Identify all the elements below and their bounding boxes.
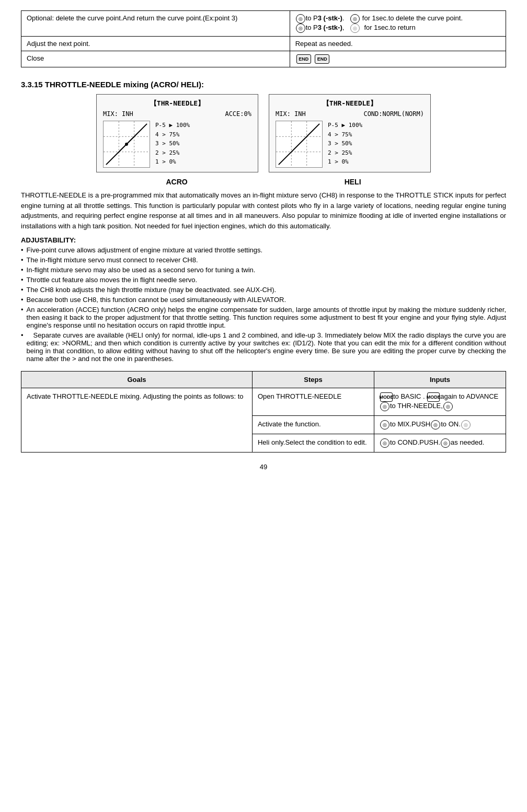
bullet-dot-6: • (21, 296, 24, 304)
bullet-2: • The in-flight mixture servo must conne… (21, 256, 506, 264)
bullet-text-3: In-flight mixture servo may also be used… (27, 266, 256, 274)
bullet-1: • Five-point curve allows adjustment of … (21, 246, 506, 254)
adjustability-title: ADJUSTABILITY: (21, 236, 506, 244)
bullets-container: • Five-point curve allows adjustment of … (21, 246, 506, 363)
spin-icon-10: ◎ (380, 438, 389, 448)
intro-text: THROTTLE-NEEDLE is a pre-programmed mix … (21, 190, 506, 231)
spin-icon-2: ◎ (350, 14, 360, 24)
bullet-dot-7: • (21, 306, 24, 329)
top-row2-col1: Adjust the next point. (21, 37, 290, 51)
spin-icon-1: ◎ (296, 14, 305, 24)
bullet-text-8: Separate curves are available (HELI only… (27, 331, 506, 363)
bullet-text-7: An acceleration (ACCE) function (ACRO on… (27, 306, 506, 329)
col-header-goals: Goals (21, 372, 253, 388)
bullet-dot-8: • (21, 331, 24, 363)
svg-line-10 (279, 124, 319, 165)
bullet-text-4: Throttle cut feature also moves the in f… (27, 276, 198, 284)
mode-icon-1: MODE (380, 392, 393, 402)
heli-screen-meta: MIX: INH COND:NORML(NORM) (276, 110, 424, 118)
acro-values: P-5 ▶ 100% 4 > 75% 3 > 50% 2 > 25% 1 > 0… (155, 121, 190, 168)
spin-icon-7: ◎ (380, 420, 389, 430)
heli-label: HELI (345, 178, 361, 186)
spin-icon-11: ◎ (441, 438, 450, 448)
acro-graph (103, 121, 150, 168)
input-2: ◎to MIX.PUSH◎to ON.◎ (374, 416, 506, 434)
heli-val-3: 3 > 50% (328, 139, 362, 148)
top-row1-col1: Optional: delete the curve point.And ret… (21, 11, 290, 37)
acro-mix-label: MIX: INH (103, 110, 133, 118)
bullet-8: • Separate curves are available (HELI on… (21, 331, 506, 363)
page-number: 49 (21, 463, 506, 471)
heli-val-1: P-5 ▶ 100% (328, 121, 362, 130)
heli-values: P-5 ▶ 100% 4 > 75% 3 > 50% 2 > 25% 1 > 0… (328, 121, 362, 168)
spin-icon-6: ◎ (443, 402, 453, 411)
heli-val-4: 2 > 25% (328, 148, 362, 158)
bullet-text-2: The in-flight mixture servo must connect… (27, 256, 198, 264)
acro-val-1: P-5 ▶ 100% (155, 121, 190, 130)
spin-icon-4: ◎ (350, 24, 360, 33)
bullet-6: • Because both use CH8, this function ca… (21, 296, 506, 304)
goals-text: Activate THROTTLE-NEEDLE mixing. Adjusti… (27, 392, 243, 400)
heli-screen-body: P-5 ▶ 100% 4 > 75% 3 > 50% 2 > 25% 1 > 0… (276, 121, 424, 168)
acro-label: ACRO (166, 178, 187, 186)
bullet-4: • Throttle cut feature also moves the in… (21, 276, 506, 284)
spin-icon-3: ◎ (296, 24, 305, 33)
col-header-steps: Steps (252, 372, 374, 388)
mode-icon-2: MODE (427, 392, 440, 402)
bullet-text-6: Because both use CH8, this function cann… (27, 296, 286, 304)
bottom-table: Goals Steps Inputs Activate THROTTLE-NEE… (21, 371, 506, 453)
col-header-inputs: Inputs (374, 372, 506, 388)
bullet-7: • An acceleration (ACCE) function (ACRO … (21, 306, 506, 329)
input-3: ◎to COND.PUSH.◎as needed. (374, 434, 506, 453)
acro-screen-body: P-5 ▶ 100% 4 > 75% 3 > 50% 2 > 25% 1 > 0… (103, 121, 251, 168)
input-1: MODEto BASIC . MODEagain to ADVANCE ◎to … (374, 388, 506, 416)
bullet-dot-4: • (21, 276, 24, 284)
bullet-3: • In-flight mixture servo may also be us… (21, 266, 506, 274)
end-icon-1: END (296, 54, 311, 64)
screen-labels: ACRO HELI (21, 178, 506, 186)
acro-val-5: 1 > 0% (155, 157, 190, 167)
svg-point-5 (125, 143, 128, 146)
heli-screen-title: 【THR-NEEDLE】 (276, 99, 424, 108)
heli-cond-label: COND:NORML(NORM) (363, 110, 424, 118)
bullet-dot-5: • (21, 286, 24, 294)
heli-graph (276, 121, 323, 168)
top-row3-col2: END END (290, 51, 506, 67)
step-2: Activate the function. (252, 416, 374, 434)
bullet-text-5: The CH8 knob adjusts the high throttle m… (27, 286, 277, 294)
top-row1-col2: ◎to P3 (-stk-). ◎ for 1sec.to delete the… (290, 11, 506, 37)
heli-graph-svg (276, 121, 322, 167)
acro-graph-svg (104, 121, 150, 167)
acro-val-3: 3 > 50% (155, 139, 190, 148)
step-1: Open THROTTLE-NEEDLE (252, 388, 374, 416)
screens-container: 【THR-NEEDLE】 MIX: INH ACCE:0% (21, 94, 506, 172)
acro-screen: 【THR-NEEDLE】 MIX: INH ACCE:0% (96, 94, 258, 172)
spin-icon-9: ◎ (461, 420, 471, 430)
heli-val-5: 1 > 0% (328, 157, 362, 167)
goals-cell: Activate THROTTLE-NEEDLE mixing. Adjusti… (21, 388, 253, 453)
bullet-dot-2: • (21, 256, 24, 264)
heli-mix-label: MIX: INH (276, 110, 306, 118)
heli-val-2: 4 > 75% (328, 130, 362, 140)
spin-icon-5: ◎ (380, 402, 389, 411)
end-icon-2: END (315, 54, 329, 64)
acro-screen-meta: MIX: INH ACCE:0% (103, 110, 251, 118)
step-3: Heli only.Select the condition to edit. (252, 434, 374, 453)
bullet-5: • The CH8 knob adjusts the high throttle… (21, 286, 506, 294)
acro-val-4: 2 > 25% (155, 148, 190, 158)
bullet-text-1: Five-point curve allows adjustment of en… (27, 246, 263, 254)
acro-acce-label: ACCE:0% (225, 110, 251, 118)
top-row2-col2: Repeat as needed. (290, 37, 506, 51)
heli-screen: 【THR-NEEDLE】 MIX: INH COND:NORML(NORM) P… (269, 94, 431, 172)
section-heading: 3.3.15 THROTTLE-NEEDLE mixing (ACRO/ HEL… (21, 80, 506, 89)
bullet-dot-3: • (21, 266, 24, 274)
acro-screen-title: 【THR-NEEDLE】 (103, 99, 251, 108)
spin-icon-8: ◎ (431, 420, 440, 430)
intro-paragraph: THROTTLE-NEEDLE is a pre-programmed mix … (21, 190, 506, 231)
bullet-dot-1: • (21, 246, 24, 254)
acro-val-2: 4 > 75% (155, 130, 190, 140)
top-row3-col1: Close (21, 51, 290, 67)
top-table: Optional: delete the curve point.And ret… (21, 10, 506, 67)
